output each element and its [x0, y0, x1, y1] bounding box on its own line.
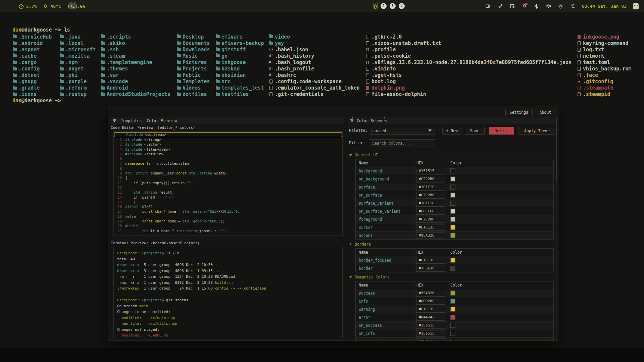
- hex-input[interactable]: #CCCCCC: [416, 208, 445, 215]
- feather-icon[interactable]: [497, 3, 503, 9]
- color-row[interactable]: foreground#C2C2B0: [356, 215, 553, 223]
- color-row[interactable]: error#B44242: [356, 313, 553, 321]
- section-header-borders[interactable]: Borders: [349, 242, 555, 246]
- tab-color-schemes[interactable]: Color Schemes: [357, 118, 387, 123]
- color-row[interactable]: info#60928F: [356, 297, 553, 305]
- notification-bell-icon[interactable]: [522, 3, 527, 9]
- hex-input[interactable]: #C2C2B0: [416, 176, 445, 183]
- color-row[interactable]: on_warning#151515: [356, 337, 553, 341]
- color-row[interactable]: background#151515: [356, 167, 553, 175]
- section-header-general-ui[interactable]: General UI: [349, 153, 555, 157]
- bluetooth-off-icon[interactable]: [534, 3, 539, 9]
- hex-input[interactable]: #151515: [416, 168, 445, 174]
- color-swatch[interactable]: [450, 185, 455, 190]
- ls-entry: #!.profile: [365, 46, 572, 53]
- terminal-line: On branch main: [117, 303, 342, 309]
- color-row[interactable]: border#3F3639: [356, 264, 553, 272]
- color-row[interactable]: on_surface#C2C2B0: [356, 191, 553, 199]
- color-row[interactable]: warning#E1C135: [356, 305, 553, 313]
- hex-input[interactable]: #151515: [416, 338, 445, 341]
- hex-input[interactable]: #60928F: [416, 298, 445, 305]
- hex-input[interactable]: #E1C135: [416, 224, 445, 231]
- code-line: 9std::string expand_user(const std::stri…: [114, 171, 342, 175]
- apply-theme-button[interactable]: Apply Theme: [518, 127, 555, 135]
- scrollbar[interactable]: [556, 117, 557, 339]
- hex-input[interactable]: #151515: [416, 330, 445, 337]
- color-row[interactable]: accent#95A328: [356, 231, 553, 239]
- settings-button[interactable]: Settings: [505, 109, 533, 116]
- hex-input[interactable]: #151515: [416, 322, 445, 329]
- color-swatch[interactable]: [450, 339, 455, 341]
- hex-input[interactable]: #1C1C1C: [416, 184, 445, 191]
- color-swatch[interactable]: [450, 258, 455, 263]
- color-row[interactable]: cursor#E1C135: [356, 223, 553, 231]
- about-button[interactable]: About: [535, 109, 555, 116]
- brightness-icon[interactable]: [558, 3, 563, 9]
- hex-input[interactable]: #C2C2B0: [416, 192, 445, 199]
- color-swatch[interactable]: [450, 168, 455, 173]
- tab-templates[interactable]: Templates: [121, 118, 142, 123]
- color-row[interactable]: on_success#151515: [356, 321, 553, 329]
- new-palette-button[interactable]: + New: [442, 127, 461, 135]
- file-name: Videos: [183, 85, 201, 91]
- taskbar-app[interactable]: >_ ~: [69, 0, 82, 12]
- color-row[interactable]: border_focused#E1C135: [356, 256, 553, 264]
- save-button[interactable]: Save: [465, 127, 485, 135]
- power-menu-icon[interactable]: [633, 3, 639, 9]
- color-swatch[interactable]: [450, 225, 455, 230]
- search-colors-input[interactable]: [369, 139, 435, 147]
- tab-color-preview[interactable]: Color Preview: [147, 118, 177, 123]
- hex-input[interactable]: #1C1C1C: [416, 200, 445, 207]
- hex-input[interactable]: #B44242: [416, 314, 445, 321]
- color-swatch[interactable]: [450, 233, 455, 238]
- ls-column: .ServiceHub.android.aspnet.cache.cargo.c…: [12, 34, 52, 98]
- folder-icon: [177, 54, 181, 58]
- hex-input[interactable]: #E1C135: [416, 306, 445, 313]
- color-row[interactable]: surface#1C1C1C: [356, 183, 553, 191]
- scrollbar-thumb[interactable]: [556, 117, 557, 181]
- delete-button[interactable]: Delete: [489, 127, 514, 135]
- color-swatch[interactable]: [450, 307, 455, 312]
- doc-icon: [577, 67, 581, 71]
- color-swatch[interactable]: [450, 201, 455, 206]
- screenshot-icon[interactable]: [509, 3, 515, 9]
- color-row[interactable]: on_surface_variant#CCCCCC: [356, 207, 553, 215]
- night-light-icon[interactable]: [570, 3, 576, 9]
- color-swatch[interactable]: [450, 323, 455, 328]
- workspace-button[interactable]: 4: [399, 3, 405, 9]
- color-swatch[interactable]: [450, 266, 455, 271]
- collapse-icon[interactable]: [350, 119, 353, 122]
- color-row[interactable]: surface_variant#1C1C1C: [356, 199, 553, 207]
- terminal-app-icon[interactable]: >_: [69, 3, 77, 9]
- hex-input[interactable]: #C2C2B0: [416, 216, 445, 223]
- color-swatch[interactable]: [450, 209, 455, 214]
- color-row[interactable]: success#95A328: [356, 289, 553, 297]
- palette-select[interactable]: cursed: [369, 127, 435, 135]
- color-swatch[interactable]: [450, 176, 455, 182]
- clock[interactable]: 03:44 Sat, Jan 03: [582, 4, 627, 9]
- workspace-button[interactable]: 2: [381, 3, 387, 9]
- volume-icon[interactable]: [546, 3, 551, 9]
- line-number: 18: [114, 214, 122, 219]
- hex-cell: #60928F: [414, 297, 448, 305]
- color-row[interactable]: on_info#151515: [356, 329, 553, 337]
- ls-entry: Public: [177, 72, 210, 79]
- hex-input[interactable]: #95A328: [416, 290, 445, 297]
- color-row[interactable]: on_background#C2C2B0: [356, 175, 553, 183]
- color-swatch[interactable]: [450, 291, 455, 296]
- hex-cell: #E1C135: [414, 305, 448, 313]
- color-swatch[interactable]: [450, 217, 455, 222]
- collapse-icon[interactable]: [113, 119, 116, 122]
- color-swatch[interactable]: [450, 193, 455, 198]
- workspace-button[interactable]: 3: [390, 3, 396, 9]
- workspace-button-active[interactable]: 1: [374, 4, 377, 9]
- color-swatch[interactable]: [450, 315, 455, 320]
- color-cell: [448, 321, 553, 329]
- color-swatch[interactable]: [450, 331, 455, 336]
- screen-record-icon[interactable]: [485, 3, 491, 9]
- color-swatch[interactable]: [450, 299, 455, 304]
- hex-input[interactable]: #3F3639: [416, 265, 445, 272]
- hex-input[interactable]: #E1C135: [416, 257, 445, 264]
- hex-input[interactable]: #95A328: [416, 232, 445, 239]
- section-header-semantic-colors[interactable]: Semantic Colors: [349, 275, 555, 279]
